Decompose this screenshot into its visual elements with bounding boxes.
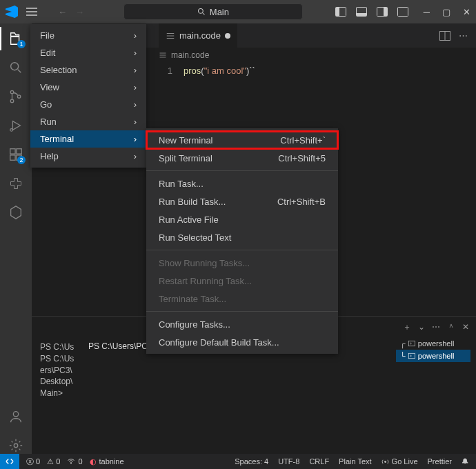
status-errors[interactable]: ⓧ 0	[26, 457, 40, 467]
svg-point-22	[70, 462, 72, 463]
menu-item-terminal[interactable]: Terminal›	[30, 130, 146, 148]
svg-point-8	[11, 63, 19, 70]
submenu-item[interactable]: Split TerminalCtrl+Shift+5	[146, 149, 338, 167]
close-icon[interactable]: ✕	[463, 7, 470, 17]
nav-back-icon[interactable]: ←	[58, 7, 67, 17]
status-lang[interactable]: Plain Text	[339, 457, 372, 466]
hex-icon[interactable]	[8, 204, 24, 221]
file-icon	[166, 31, 175, 41]
tab-main-code[interactable]: main.code	[159, 23, 237, 48]
nav-forward-icon[interactable]: →	[75, 7, 84, 17]
layout-bottom-icon[interactable]	[356, 7, 367, 17]
account-icon[interactable]	[8, 408, 24, 425]
status-prettier[interactable]: Prettier	[428, 457, 452, 466]
svg-point-17	[13, 412, 18, 417]
command-center[interactable]: Main	[123, 3, 303, 20]
submenu-item[interactable]: Run Selected Text	[146, 228, 338, 246]
scm-icon[interactable]	[8, 88, 24, 105]
run-debug-icon[interactable]	[8, 117, 24, 134]
file-icon	[159, 51, 167, 59]
submenu-item[interactable]: Configure Tasks...	[146, 315, 338, 333]
chevron-right-icon: ›	[134, 48, 137, 58]
title-bar: ← → Main ─ ▢ ✕	[0, 0, 476, 23]
shortcut-label: Ctrl+Shift+`	[280, 135, 326, 146]
line-number: 1	[159, 66, 184, 76]
gear-icon[interactable]	[8, 437, 24, 454]
search-activity-icon[interactable]	[8, 59, 24, 76]
status-golive[interactable]: Go Live	[381, 457, 418, 466]
split-editor-icon[interactable]	[439, 31, 450, 41]
submenu-item[interactable]: New TerminalCtrl+Shift+`	[146, 131, 338, 149]
extensions-icon[interactable]: 2	[8, 146, 24, 163]
menu-separator	[146, 250, 338, 250]
chevron-right-icon: ›	[134, 117, 137, 127]
svg-rect-14	[10, 155, 15, 160]
layout-customize-icon[interactable]	[397, 7, 408, 17]
submenu-item: Terminate Task...	[146, 290, 338, 308]
layout-left-icon[interactable]	[335, 7, 346, 17]
breadcrumb-file: main.code	[171, 50, 209, 60]
shell-icon	[408, 352, 415, 359]
menu-separator	[146, 311, 338, 312]
menu-item-file[interactable]: File›	[30, 27, 146, 44]
status-spaces[interactable]: Spaces: 4	[235, 457, 268, 466]
menu-item-help[interactable]: Help›	[30, 148, 146, 165]
maximize-icon[interactable]: ▢	[442, 7, 450, 17]
terminal-shell-item[interactable]: ┌powershell	[396, 337, 470, 350]
svg-rect-4	[357, 13, 366, 16]
menu-item-selection[interactable]: Selection›	[30, 61, 146, 79]
radio-icon	[67, 457, 75, 466]
term-chevron-up-icon[interactable]: ＾	[447, 321, 455, 333]
explorer-badge: 1	[17, 40, 26, 48]
chevron-right-icon: ›	[134, 82, 137, 92]
tab-dirty-dot-icon	[225, 33, 230, 39]
menu-item-run[interactable]: Run›	[30, 113, 146, 130]
terminal-submenu: New TerminalCtrl+Shift+`Split TerminalCt…	[146, 128, 338, 354]
menu-separator	[146, 170, 338, 171]
remote-icon[interactable]	[0, 454, 19, 469]
term-chevron-down-icon[interactable]: ⌄	[418, 322, 425, 332]
submenu-item[interactable]: Run Active File	[146, 210, 338, 228]
command-center-text: Main	[210, 7, 229, 17]
tab-label: main.code	[179, 30, 221, 41]
term-add-icon[interactable]: ＋	[403, 321, 411, 333]
status-eol[interactable]: CRLF	[309, 457, 329, 466]
submenu-item[interactable]: Configure Default Build Task...	[146, 333, 338, 351]
vscode-logo-icon	[6, 6, 18, 18]
activity-bar: 1 2	[0, 23, 32, 454]
search-icon	[197, 8, 206, 16]
chevron-right-icon: ›	[134, 151, 137, 161]
terminal-side-list: ┌powershell └powershell	[396, 337, 470, 362]
menu-item-go[interactable]: Go›	[30, 96, 146, 113]
submenu-item[interactable]: Run Build Task...Ctrl+Shift+B	[146, 192, 338, 210]
explorer-icon[interactable]: 1	[8, 30, 24, 47]
python-icon[interactable]	[8, 175, 24, 192]
shortcut-label: Ctrl+Shift+5	[278, 153, 326, 163]
term-close-icon[interactable]: ✕	[462, 322, 469, 332]
menu-hamburger[interactable]	[23, 3, 40, 20]
svg-rect-13	[10, 149, 15, 154]
status-bar: ⓧ 0 ⚠ 0 0 ◐tabnine Spaces: 4 UTF-8 CRLF …	[0, 454, 476, 469]
svg-point-10	[10, 99, 13, 102]
broadcast-icon	[381, 458, 389, 466]
svg-point-0	[198, 9, 203, 14]
layout-right-icon[interactable]	[377, 7, 388, 17]
svg-point-12	[10, 129, 13, 132]
chevron-right-icon: ›	[134, 99, 137, 110]
status-encoding[interactable]: UTF-8	[278, 457, 299, 466]
terminal-left-col[interactable]: PS C:\Us PS C:\Us ers\PC3\ Desktop\ Main…	[40, 341, 88, 399]
more-icon[interactable]: ⋯	[459, 30, 468, 41]
terminal-shell-item[interactable]: └powershell	[396, 350, 470, 362]
svg-rect-6	[384, 8, 387, 16]
status-ports[interactable]: 0	[67, 457, 82, 466]
status-bell-icon[interactable]: 🔔︎	[462, 457, 469, 466]
minimize-icon[interactable]: ─	[424, 7, 430, 17]
term-more-icon[interactable]: ⋯	[432, 322, 440, 332]
shortcut-label: Ctrl+Shift+B	[277, 197, 326, 207]
menu-item-edit[interactable]: Edit›	[30, 44, 146, 61]
svg-point-23	[384, 461, 386, 463]
submenu-item[interactable]: Run Task...	[146, 174, 338, 192]
menu-item-view[interactable]: View›	[30, 79, 146, 96]
status-tabnine[interactable]: ◐tabnine	[90, 457, 124, 466]
status-warnings[interactable]: ⚠ 0	[47, 457, 60, 466]
